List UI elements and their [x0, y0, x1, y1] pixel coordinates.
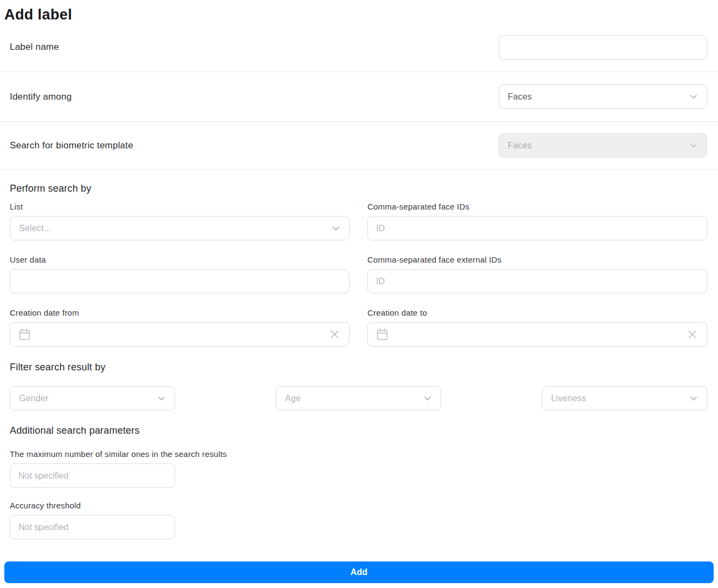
row-identify-among: Identify among Faces	[0, 72, 718, 122]
field-accuracy-threshold: Accuracy threshold	[10, 501, 707, 539]
identify-among-select[interactable]: Faces	[499, 84, 707, 109]
chevron-down-icon	[331, 223, 341, 234]
chevron-down-icon	[688, 393, 699, 404]
field-creation-date-from: Creation date from	[10, 308, 350, 347]
creation-date-from-label: Creation date from	[10, 308, 350, 317]
field-user-data: User data	[10, 255, 350, 293]
accuracy-threshold-input[interactable]	[10, 515, 175, 539]
creation-date-to-label: Creation date to	[367, 308, 707, 317]
biometric-template-value: Faces	[508, 141, 532, 151]
face-external-ids-input[interactable]	[367, 269, 707, 293]
field-max-similar: The maximum number of similar ones in th…	[10, 449, 707, 488]
age-select[interactable]: Age	[276, 386, 441, 410]
chevron-down-icon	[422, 393, 433, 404]
accuracy-threshold-label: Accuracy threshold	[10, 501, 707, 510]
calendar-icon	[376, 328, 389, 341]
chevron-down-icon	[688, 92, 699, 102]
liveness-placeholder: Liveness	[551, 394, 586, 403]
identify-among-label: Identify among	[10, 92, 72, 102]
list-label: List	[10, 202, 350, 211]
row-biometric-template: Search for biometric template Faces	[0, 122, 718, 169]
gender-select[interactable]: Gender	[10, 386, 175, 410]
creation-date-from-input[interactable]	[10, 322, 350, 347]
add-button[interactable]: Add	[4, 561, 714, 583]
filter-heading: Filter search result by	[10, 347, 707, 372]
list-select-placeholder: Select...	[19, 224, 51, 233]
creation-date-to-input[interactable]	[367, 322, 707, 347]
clear-icon[interactable]	[687, 329, 698, 340]
clear-icon[interactable]	[329, 329, 340, 340]
perform-search-heading: Perform search by	[10, 169, 707, 187]
biometric-template-select: Faces	[499, 133, 707, 158]
field-list: List Select...	[10, 202, 350, 240]
identify-among-value: Faces	[508, 92, 532, 102]
liveness-select[interactable]: Liveness	[542, 386, 707, 410]
chevron-down-icon	[156, 393, 167, 404]
label-name-label: Label name	[10, 42, 59, 53]
user-data-label: User data	[10, 255, 350, 264]
page-title: Add label	[0, 0, 718, 23]
face-external-ids-label: Comma-separated face external IDs	[367, 255, 707, 264]
calendar-icon	[18, 328, 31, 341]
age-placeholder: Age	[285, 394, 301, 403]
field-face-external-ids: Comma-separated face external IDs	[367, 255, 707, 293]
max-similar-label: The maximum number of similar ones in th…	[10, 449, 707, 459]
row-label-name: Label name	[0, 23, 718, 72]
user-data-input[interactable]	[10, 269, 350, 293]
field-creation-date-to: Creation date to	[367, 308, 707, 347]
biometric-template-label: Search for biometric template	[10, 140, 133, 151]
field-face-ids: Comma-separated face IDs	[367, 202, 707, 240]
list-select[interactable]: Select...	[10, 216, 350, 240]
label-name-input[interactable]	[499, 35, 707, 60]
face-ids-label: Comma-separated face IDs	[367, 202, 707, 211]
additional-params-heading: Additional search parameters	[10, 410, 707, 435]
face-ids-input[interactable]	[367, 216, 707, 240]
gender-placeholder: Gender	[19, 394, 49, 403]
chevron-down-icon	[688, 140, 699, 151]
max-similar-input[interactable]	[10, 463, 175, 488]
filter-row: Gender Age Liveness	[10, 386, 707, 410]
